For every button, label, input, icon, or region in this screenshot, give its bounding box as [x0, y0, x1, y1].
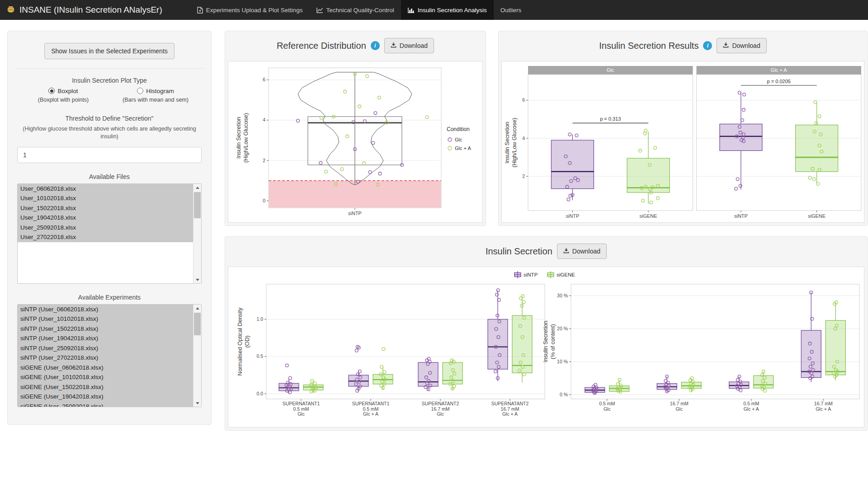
list-item[interactable]: siNTP (User_15022018.xlsx)	[18, 324, 193, 334]
svg-text:30 %: 30 %	[557, 293, 568, 298]
list-item[interactable]: siNTP (User_10102018.xlsx)	[18, 314, 193, 324]
radio-label: Boxplot	[57, 88, 78, 94]
nav-tab-label: Insulin Secretion Analysis	[418, 7, 487, 14]
list-item[interactable]: siGENE (User_25092018.xlsx)	[18, 402, 193, 407]
app-title: INSANE (INsulin Secretion ANalysEr)	[19, 5, 162, 15]
download-label: Download	[732, 42, 760, 49]
svg-text:p = 0.0205: p = 0.0205	[767, 79, 791, 84]
scroll-down-icon[interactable]	[193, 399, 201, 407]
download-label: Download	[400, 42, 428, 49]
scroll-up-icon[interactable]	[193, 305, 201, 312]
svg-text:0.5 mM: 0.5 mM	[599, 401, 615, 406]
svg-text:Glc: Glc	[455, 137, 462, 142]
svg-text:Glc + A: Glc + A	[502, 411, 518, 417]
panel-title: Insulin Secretion Results	[599, 41, 698, 51]
svg-text:0.0: 0.0	[256, 391, 263, 396]
list-item[interactable]: siGENE (User_10102018.xlsx)	[18, 372, 193, 382]
list-item[interactable]: siNTP (User_06062018.xlsx)	[18, 305, 193, 314]
plot-type-radio-histogram[interactable]: Histogram	[109, 88, 202, 94]
panel-header: Reference Distribution i Download	[225, 31, 486, 60]
svg-text:siNTP: siNTP	[348, 211, 362, 216]
svg-text:Glc: Glc	[604, 406, 611, 412]
svg-text:Glc + A: Glc + A	[744, 406, 759, 412]
svg-text:0.5 mM: 0.5 mM	[293, 406, 309, 412]
show-issues-button[interactable]: Show Issues in the Selected Experiments	[44, 43, 175, 59]
svg-text:siGENE: siGENE	[808, 213, 826, 219]
panel-header: Insulin Secretion Results i Download	[499, 31, 867, 60]
list-item[interactable]: User_27022018.xlsx	[18, 232, 193, 242]
honeypot-icon	[6, 5, 15, 16]
scroll-up-icon[interactable]	[193, 184, 201, 192]
svg-text:Glc + A: Glc + A	[455, 145, 471, 151]
svg-text:0 %: 0 %	[560, 392, 568, 397]
list-item[interactable]: siNTP (User_25092018.xlsx)	[18, 343, 193, 353]
list-item[interactable]: siGENE (User_19042018.xlsx)	[18, 392, 193, 402]
svg-text:(OD): (OD)	[244, 335, 250, 347]
svg-text:16.7 mM: 16.7 mM	[431, 406, 450, 412]
list-item[interactable]: User_25092018.xlsx	[18, 223, 193, 233]
svg-text:4: 4	[263, 117, 265, 122]
list-item[interactable]: siGENE (User_15022018.xlsx)	[18, 382, 193, 392]
download-button[interactable]: Download	[717, 38, 766, 53]
list-item[interactable]: User_06062018.xlsx	[18, 184, 193, 194]
svg-text:siNTP: siNTP	[566, 213, 579, 219]
scrollbar[interactable]	[193, 305, 201, 407]
app-brand: INSANE (INsulin Secretion ANalysEr)	[0, 0, 170, 20]
download-icon	[563, 248, 569, 255]
nav-tab-2[interactable]: Insulin Secretion Analysis	[401, 0, 494, 20]
plot-type-label: Insulin Secretion Plot Type	[17, 77, 202, 84]
list-item[interactable]: User_15022018.xlsx	[18, 203, 193, 213]
info-icon[interactable]: i	[703, 41, 712, 50]
svg-text:4: 4	[522, 136, 525, 141]
download-button[interactable]: Download	[384, 38, 434, 53]
info-icon[interactable]: i	[371, 41, 380, 50]
download-label: Download	[572, 248, 600, 255]
insulin-secretion-panel: Insulin Secretion Download siNTPsiGENE0.…	[225, 236, 868, 431]
svg-text:SUPERNATANT1: SUPERNATANT1	[352, 401, 390, 406]
sidebar-panel: Show Issues in the Selected Experiments …	[7, 31, 212, 425]
svg-text:10 %: 10 %	[557, 359, 568, 364]
radio-checked-icon	[48, 88, 55, 94]
scroll-thumb[interactable]	[194, 313, 201, 335]
nav-tab-1[interactable]: Technical Quality-Control	[310, 0, 401, 20]
svg-text:16.7 mM: 16.7 mM	[501, 406, 519, 412]
list-item[interactable]: siNTP (User_27022018.xlsx)	[18, 353, 193, 363]
insulin-secretion-results-panel: Insulin Secretion Results i Download Glc…	[498, 31, 868, 226]
svg-text:Glc + A: Glc + A	[816, 406, 831, 412]
nav-tab-3[interactable]: Outliers	[494, 0, 528, 20]
threshold-label: Threshold to Define "Secretion"	[17, 115, 202, 122]
svg-text:0.5: 0.5	[256, 353, 263, 359]
svg-text:(High/Low Glucose): (High/Low Glucose)	[243, 113, 249, 163]
bar-chart-icon	[408, 7, 415, 13]
svg-text:16.7 mM: 16.7 mM	[814, 401, 833, 406]
svg-text:0: 0	[263, 198, 265, 203]
available-files-list[interactable]: User_06062018.xlsxUser_10102018.xlsxUser…	[17, 183, 202, 284]
nav-tab-label: Outliers	[500, 7, 522, 14]
available-experiments-label: Available Experiments	[17, 294, 202, 301]
svg-text:Glc: Glc	[297, 411, 305, 417]
scroll-thumb[interactable]	[194, 192, 201, 218]
navbar: INSANE (INsulin Secretion ANalysEr) Expe…	[0, 0, 868, 20]
svg-text:siGENE: siGENE	[640, 213, 657, 219]
nav-tab-0[interactable]: Experiments Upload & Plot Settings	[190, 0, 310, 20]
svg-text:siNTP: siNTP	[734, 213, 748, 219]
list-item[interactable]: User_19042018.xlsx	[18, 213, 193, 223]
list-item[interactable]: siNTP (User_19042018.xlsx)	[18, 333, 193, 343]
reference-distribution-plot: 0246siNTPInsulin Secretion(High/Low Gluc…	[228, 61, 483, 223]
available-files-label: Available Files	[17, 173, 202, 180]
scrollbar[interactable]	[193, 184, 201, 283]
divider	[15, 68, 203, 69]
plot-type-radio-boxplot[interactable]: Boxplot	[17, 88, 109, 94]
list-item[interactable]: User_10102018.xlsx	[18, 193, 193, 203]
svg-text:SUPERNATANT1: SUPERNATANT1	[283, 401, 320, 406]
threshold-input[interactable]	[17, 147, 202, 163]
boxplot-note: (Boxplot with points)	[17, 97, 109, 103]
svg-text:20 %: 20 %	[557, 326, 568, 331]
download-button[interactable]: Download	[557, 244, 607, 259]
scroll-down-icon[interactable]	[193, 276, 201, 283]
list-item[interactable]: siGENE (User_06062018.xlsx)	[18, 363, 193, 373]
insulin-secretion-plot: siNTPsiGENE0.00.51.0SUPERNATANT10.5 mMGl…	[228, 267, 864, 427]
svg-text:Glc + A: Glc + A	[771, 67, 787, 73]
svg-text:(% of content): (% of content)	[550, 324, 556, 359]
available-experiments-list[interactable]: siNTP (User_06062018.xlsx)siNTP (User_10…	[17, 304, 202, 407]
